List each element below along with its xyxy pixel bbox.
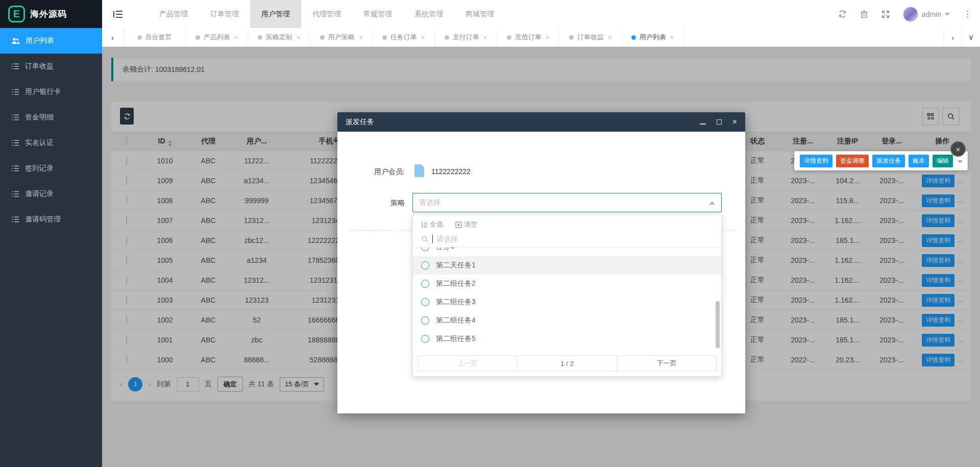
sidebar-item-label: 用户列表 xyxy=(26,36,54,45)
sidebar-item-2[interactable]: 订单收益 xyxy=(0,54,102,79)
minimize-icon[interactable] xyxy=(700,124,706,125)
brand-name: 海外源码 xyxy=(30,8,67,20)
option-label: 第二组任务3 xyxy=(436,298,476,307)
tab-6[interactable]: 支付订单× xyxy=(435,28,497,46)
sidebar-item-label: 用户银行卡 xyxy=(25,87,61,96)
close-tab-icon[interactable]: × xyxy=(670,34,674,41)
tab-1[interactable]: 后台首页 xyxy=(124,28,186,46)
sidebar-item-1[interactable]: 用户列表 xyxy=(0,28,102,54)
list-icon xyxy=(11,216,19,223)
user-menu[interactable]: admin xyxy=(903,7,950,22)
sidebar-item-7[interactable]: 邀请记录 xyxy=(0,181,102,207)
popup-action-button-2[interactable]: 资金调整 xyxy=(836,155,869,167)
dropdown-next-button[interactable]: 下一页 xyxy=(617,356,716,371)
strategy-dropdown: 全选 清空 任务4第二天任务1第二组任务2第二组任务3第二组任务4第二组任务5 xyxy=(412,214,722,377)
tabs: 后台首页产品列表×策略定制×用户策略×任务订单×支付订单×充值订单×订单收益×用… xyxy=(124,28,943,46)
sidebar: E 海外源码 用户列表订单收益用户银行卡资金明细实名认证签到记录邀请记录邀请码管… xyxy=(0,0,102,467)
sidebar-item-3[interactable]: 用户银行卡 xyxy=(0,79,102,105)
clear-label: 清空 xyxy=(464,220,477,229)
top-nav-item-7[interactable]: 商城管理 xyxy=(454,0,505,28)
avatar xyxy=(903,7,918,22)
close-icon[interactable]: × xyxy=(732,118,737,126)
tab-3[interactable]: 策略定制× xyxy=(248,28,310,46)
dropdown-search xyxy=(413,231,721,248)
close-tab-icon[interactable]: × xyxy=(483,34,487,41)
tabs-menu-button[interactable]: ∨ xyxy=(962,28,980,46)
tab-9[interactable]: 用户列表× xyxy=(622,28,684,46)
tab-dot-icon xyxy=(137,35,142,40)
popup-action-button-1[interactable]: 详情资料 xyxy=(800,155,832,167)
trash-icon[interactable] xyxy=(860,10,868,18)
tab-7[interactable]: 充值订单× xyxy=(497,28,559,46)
sidebar-item-6[interactable]: 签到记录 xyxy=(0,156,102,181)
option-label: 任务4 xyxy=(436,248,454,252)
menu-toggle-icon[interactable] xyxy=(102,0,134,28)
sidebar-item-label: 邀请记录 xyxy=(25,189,54,199)
chevron-down-icon[interactable] xyxy=(958,160,963,163)
top-nav-item-1[interactable]: 产品管理 xyxy=(148,0,199,28)
dropdown-option-1[interactable]: 任务4 xyxy=(413,248,721,256)
radio-icon xyxy=(421,316,429,325)
tab-dot-icon xyxy=(445,35,449,40)
tab-5[interactable]: 任务订单× xyxy=(373,28,435,46)
sidebar-item-4[interactable]: 资金明细 xyxy=(0,105,102,130)
sidebar-item-8[interactable]: 邀请码管理 xyxy=(0,207,102,232)
list-icon xyxy=(11,114,19,121)
list-icon xyxy=(11,165,19,172)
dropdown-option-5[interactable]: 第二组任务4 xyxy=(413,311,721,330)
popup-action-button-5[interactable]: 编辑 xyxy=(933,155,953,167)
strategy-select-placeholder: 请选择 xyxy=(419,198,440,207)
dropdown-option-2[interactable]: 第二天任务1 xyxy=(413,256,721,275)
modal-window-controls: × xyxy=(700,118,737,126)
strategy-select[interactable]: 请选择 xyxy=(412,193,722,212)
popup-action-button-4[interactable]: 账本 xyxy=(909,155,929,167)
dropdown-tools: 全选 清空 xyxy=(413,215,721,231)
sidebar-menu: 用户列表订单收益用户银行卡资金明细实名认证签到记录邀请记录邀请码管理 xyxy=(0,28,102,232)
popup-close-button[interactable]: × xyxy=(950,141,966,157)
dropdown-option-4[interactable]: 第二组任务3 xyxy=(413,293,721,311)
top-nav-item-6[interactable]: 系统管理 xyxy=(403,0,454,28)
refresh-icon[interactable] xyxy=(838,10,847,18)
close-tab-icon[interactable]: × xyxy=(608,34,612,41)
fullscreen-icon[interactable] xyxy=(881,10,890,18)
close-tab-icon[interactable]: × xyxy=(297,34,301,41)
select-all-button[interactable]: 全选 xyxy=(421,220,443,229)
sidebar-item-5[interactable]: 实名认证 xyxy=(0,130,102,156)
tabs-scroll-left-button[interactable]: ‹ xyxy=(102,28,124,46)
tab-dot-icon xyxy=(320,35,325,40)
top-nav-item-4[interactable]: 代理管理 xyxy=(301,0,352,28)
popup-action-button-3[interactable]: 派发任务 xyxy=(872,155,905,167)
tab-label: 后台首页 xyxy=(145,33,172,42)
tabs-scroll-right-button[interactable]: › xyxy=(943,28,962,46)
tab-8[interactable]: 订单收益× xyxy=(559,28,622,46)
top-nav-item-3[interactable]: 用户管理 xyxy=(250,0,301,28)
close-tab-icon[interactable]: × xyxy=(421,34,425,41)
radio-icon xyxy=(421,280,429,288)
tab-4[interactable]: 用户策略× xyxy=(310,28,373,46)
clear-button[interactable]: 清空 xyxy=(455,220,477,229)
row-action-popup: 详情资料资金调整派发任务账本编辑 xyxy=(794,151,968,170)
list-icon xyxy=(11,190,19,198)
dropdown-scrollbar[interactable] xyxy=(716,301,720,348)
text-cursor xyxy=(432,235,433,243)
top-nav-item-2[interactable]: 订单管理 xyxy=(199,0,250,28)
tab-dot-icon xyxy=(258,35,262,40)
topbar: 产品管理订单管理用户管理代理管理常规管理系统管理商城管理 admin ⋮ xyxy=(102,0,980,28)
close-tab-icon[interactable]: × xyxy=(546,34,550,41)
more-options-icon[interactable]: ⋮ xyxy=(963,9,972,19)
close-tab-icon[interactable]: × xyxy=(234,34,238,41)
dropdown-option-6[interactable]: 第二组任务5 xyxy=(413,330,721,348)
option-label: 第二组任务5 xyxy=(436,334,476,343)
maximize-icon[interactable] xyxy=(717,119,722,125)
clear-icon xyxy=(455,222,462,228)
tab-dot-icon xyxy=(195,35,200,40)
top-nav-item-5[interactable]: 常规管理 xyxy=(352,0,403,28)
file-icon xyxy=(414,164,424,177)
option-label: 第二组任务2 xyxy=(436,279,476,288)
dropdown-option-3[interactable]: 第二组任务2 xyxy=(413,275,721,293)
close-tab-icon[interactable]: × xyxy=(359,34,363,41)
dropdown-pagination: 上一页 1 / 2 下一页 xyxy=(418,355,717,372)
dropdown-prev-button[interactable]: 上一页 xyxy=(418,356,518,371)
tab-2[interactable]: 产品列表× xyxy=(186,28,248,46)
dropdown-search-input[interactable] xyxy=(436,235,713,243)
